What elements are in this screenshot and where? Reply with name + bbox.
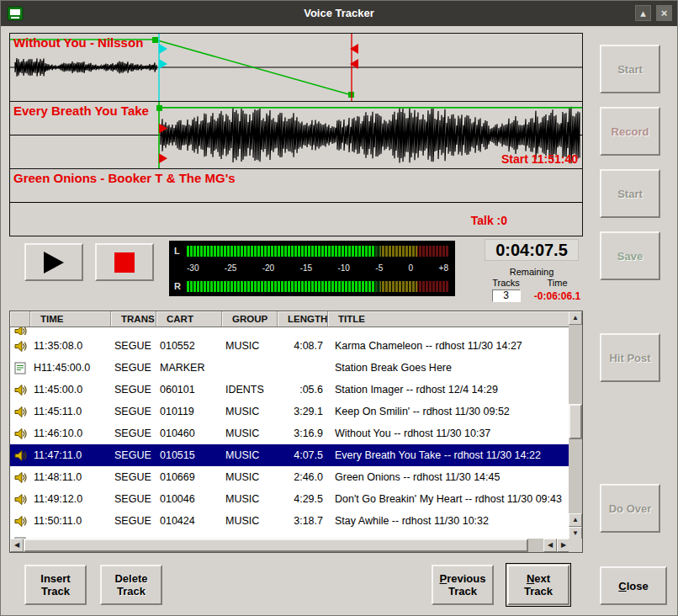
cell-length: 4:08.7 xyxy=(278,340,328,352)
previous-track-button[interactable]: Previous Track xyxy=(432,565,494,605)
speaker-icon xyxy=(14,449,27,462)
cell-cart: 010046 xyxy=(156,493,222,505)
scroll-up-icon[interactable]: ▲ xyxy=(569,311,582,325)
audio-level-meter: L -30 -25 -20 -15 -10 -5 0 +8 R xyxy=(169,241,455,296)
play-icon xyxy=(44,252,64,273)
speaker-icon xyxy=(14,471,27,484)
cell-group: IDENTS xyxy=(222,384,278,396)
cell-cart: 010515 xyxy=(156,449,222,461)
track-panel-1[interactable]: Without You - Nilsson xyxy=(10,34,582,101)
scroll-left-icon[interactable]: ◀ xyxy=(543,539,557,552)
cell-time: H11:45:00.0 xyxy=(30,362,111,374)
header-length[interactable]: LENGTH xyxy=(278,311,328,327)
table-row[interactable]: 11:45:00.0 SEGUE 060101 IDENTS :05.6 Sta… xyxy=(10,379,570,401)
transport-bar: L -30 -25 -20 -15 -10 -5 0 +8 R 0:04:07.… xyxy=(9,239,583,304)
table-row[interactable]: 11:35:08.0 SEGUE 010552 MUSIC 4:08.7 Kar… xyxy=(10,335,570,357)
cell-length: 3:18.7 xyxy=(278,515,328,527)
cell-cart: 010119 xyxy=(156,406,222,417)
row-type-icon xyxy=(10,449,30,462)
cell-trans: SEGUE xyxy=(111,515,156,527)
cell-time: 11:46:10.0 xyxy=(30,427,111,439)
cell-cart: 060101 xyxy=(156,384,222,396)
cell-group: MUSIC xyxy=(222,471,278,483)
cell-title: Karma Chameleon -- rdhost 11/30 14:27 xyxy=(328,340,570,352)
voice-tracker-window: { "window": { "title": "Voice Tracker" }… xyxy=(0,0,678,616)
record-button: Record xyxy=(600,107,660,156)
cell-group: MUSIC xyxy=(222,515,278,527)
vertical-scrollbar[interactable]: ▲ ▲ ▼ xyxy=(569,311,582,540)
cell-cart: 010669 xyxy=(156,471,222,483)
table-header: TIME TRANS CART GROUP LENGTH TITLE xyxy=(10,311,570,327)
time-label: Time xyxy=(532,278,583,288)
save-button: Save xyxy=(600,231,660,280)
track-title: Every Breath You Take xyxy=(13,104,149,118)
cell-cart: MARKER xyxy=(156,362,222,374)
cell-trans: SEGUE xyxy=(111,493,156,505)
header-icon[interactable] xyxy=(10,311,30,327)
header-time[interactable]: TIME xyxy=(30,311,111,327)
cell-title: Green Onions -- rdhost 11/30 14:45 xyxy=(328,471,570,483)
header-title[interactable]: TITLE xyxy=(328,311,570,327)
cell-trans: SEGUE xyxy=(111,340,156,352)
close-icon[interactable]: × xyxy=(656,5,672,21)
cell-time: 11:45:00.0 xyxy=(30,384,111,396)
shade-icon[interactable]: ▴ xyxy=(635,5,651,21)
cell-length: :05.6 xyxy=(278,384,328,396)
table-row[interactable]: 11:50:11.0 SEGUE 010424 MUSIC 3:18.7 Sta… xyxy=(10,510,570,532)
header-cart[interactable]: CART xyxy=(156,311,222,327)
table-row[interactable] xyxy=(10,327,570,335)
cell-length: 3:16.9 xyxy=(278,427,328,439)
table-row[interactable]: H11:45:00.0 SEGUE MARKER Station Break G… xyxy=(10,357,570,379)
time-remaining-value: -0:06:06.1 xyxy=(532,290,583,302)
start-button-2: Start xyxy=(600,169,660,218)
row-type-icon xyxy=(10,340,30,353)
cell-cart: 010460 xyxy=(156,427,222,439)
stop-icon xyxy=(114,252,135,273)
elapsed-time-display: 0:04:07.5 xyxy=(485,239,579,261)
table-row[interactable]: 11:46:10.0 SEGUE 010460 MUSIC 3:16.9 Wit… xyxy=(10,422,570,444)
cell-trans: SEGUE xyxy=(111,384,156,396)
speaker-icon xyxy=(14,340,27,353)
table-row[interactable]: 11:48:11.0 SEGUE 010669 MUSIC 2:46.0 Gre… xyxy=(10,466,570,488)
header-trans[interactable]: TRANS xyxy=(111,311,156,327)
cell-length: 4:07.5 xyxy=(278,449,328,461)
track-panel-3[interactable]: Green Onions - Booker T & The MG's Talk … xyxy=(10,168,582,236)
horizontal-scrollbar[interactable]: ◀ ◀ ▶ xyxy=(10,539,570,552)
cell-time: 11:48:11.0 xyxy=(30,471,111,483)
cell-title: Keep On Smilin' -- rdhost 11/30 09:52 xyxy=(328,406,570,417)
vscroll-trough[interactable] xyxy=(569,325,582,513)
next-track-button[interactable]: Next Track xyxy=(507,565,569,605)
scroll-up-icon[interactable]: ▲ xyxy=(569,513,582,527)
close-button[interactable]: Close xyxy=(600,566,667,605)
tracks-remaining-value: 3 xyxy=(492,289,521,302)
cell-cart: 010552 xyxy=(156,340,222,352)
meter-right-label: R xyxy=(174,281,187,291)
row-type-icon xyxy=(10,327,30,335)
cell-time: 11:45:11.0 xyxy=(30,406,111,417)
cell-length: 4:29.5 xyxy=(278,493,328,505)
insert-track-button[interactable]: Insert Track xyxy=(24,565,87,605)
header-group[interactable]: GROUP xyxy=(222,311,278,327)
meter-bar-right xyxy=(187,281,448,292)
cell-trans: SEGUE xyxy=(111,427,156,439)
hscroll-trough[interactable] xyxy=(24,539,543,552)
cell-title: Station Imager -- rdhost 12/4 14:29 xyxy=(328,384,570,396)
stop-button[interactable] xyxy=(95,243,154,281)
cell-cart: 010424 xyxy=(156,515,222,527)
table-row[interactable]: 11:49:12.0 SEGUE 010046 MUSIC 4:29.5 Don… xyxy=(10,488,570,510)
row-type-icon xyxy=(10,427,30,440)
table-row[interactable]: 11:45:11.0 SEGUE 010119 MUSIC 3:29.1 Kee… xyxy=(10,401,570,422)
cell-group: MUSIC xyxy=(222,406,278,417)
table-row[interactable]: 11:47:11.0 SEGUE 010515 MUSIC 4:07.5 Eve… xyxy=(10,444,570,466)
cell-trans: SEGUE xyxy=(111,471,156,483)
cell-time: 11:35:08.0 xyxy=(30,340,111,352)
scroll-left-icon[interactable]: ◀ xyxy=(10,539,24,552)
track-panel-2[interactable]: Every Breath You Take Start 11:51:40 xyxy=(10,101,582,168)
cell-group: MUSIC xyxy=(222,340,278,352)
scrollbar-corner xyxy=(569,539,582,552)
play-button[interactable] xyxy=(24,243,83,281)
cell-group: MUSIC xyxy=(222,427,278,439)
start-time-label: Start 11:51:40 xyxy=(501,152,578,166)
hscroll-thumb[interactable] xyxy=(24,539,528,552)
vscroll-thumb[interactable] xyxy=(569,404,582,439)
